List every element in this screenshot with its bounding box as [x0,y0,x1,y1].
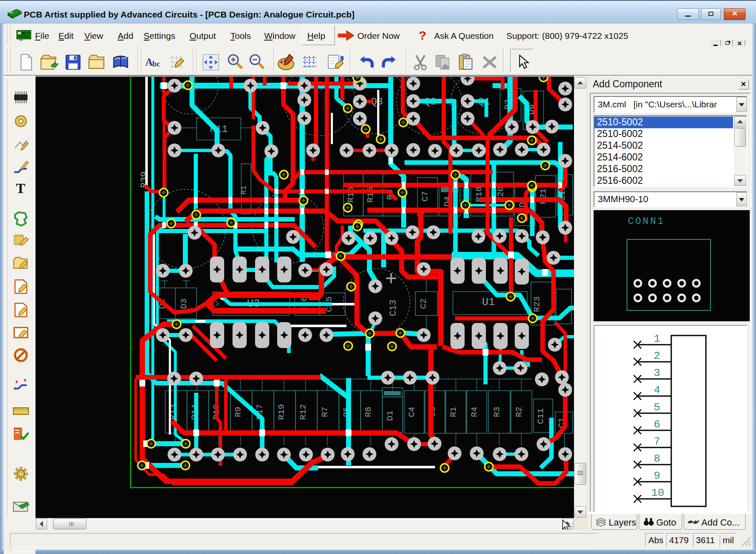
svg-text:R4: R4 [470,407,479,417]
svg-text:3: 3 [654,367,660,379]
svg-text:2: 2 [654,350,660,362]
svg-text:T: T [16,180,25,196]
svg-text:D1: D1 [385,410,395,421]
svg-text:R12: R12 [298,404,308,420]
svg-text:D3: D3 [179,298,189,309]
svg-text:C13: C13 [388,300,399,316]
svg-text:C4: C4 [407,407,417,417]
svg-text:1: 1 [654,333,660,345]
svg-text:R39: R39 [139,171,150,188]
svg-text:C11: C11 [536,408,546,424]
svg-text:bc: bc [152,59,160,68]
svg-text:6: 6 [654,418,660,431]
svg-text:C2: C2 [419,298,428,309]
svg-text:R16: R16 [366,187,375,203]
svg-text:R9: R9 [233,407,243,417]
svg-text:R15: R15 [346,187,356,203]
svg-text:7: 7 [654,435,660,448]
svg-text:U1: U1 [482,296,495,308]
svg-text:R7: R7 [320,407,330,417]
svg-text:10: 10 [651,487,664,499]
svg-text:R1: R1 [240,186,248,195]
svg-text:8: 8 [654,452,660,465]
svg-text:C7: C7 [420,191,430,201]
svg-text:5: 5 [654,401,660,414]
svg-text:R2: R2 [514,407,524,417]
svg-text:R1: R1 [449,407,458,417]
svg-text:R23: R23 [532,296,542,312]
svg-text:9: 9 [654,470,660,482]
svg-text:R3: R3 [492,407,502,417]
svg-text:CONN1: CONN1 [628,216,665,227]
svg-text:4: 4 [654,384,660,396]
svg-text:A: A [145,56,153,68]
svg-text:R8: R8 [364,407,373,417]
svg-text:R19: R19 [277,404,286,420]
